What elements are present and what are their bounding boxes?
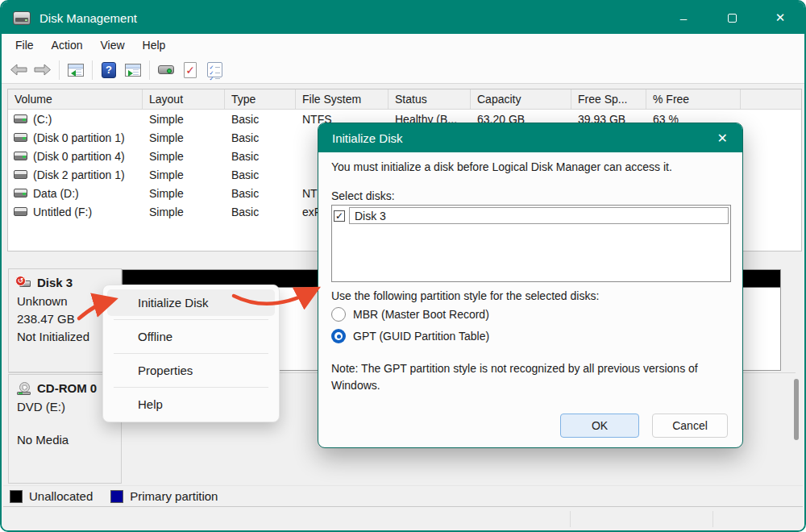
- disk-listbox: ✓ Disk 3: [331, 205, 731, 282]
- mbr-label: MBR (Master Boot Record): [353, 308, 489, 321]
- column-header-pct-free[interactable]: % Free: [646, 89, 741, 110]
- cell-layout: Simple: [143, 150, 225, 163]
- gpt-note-line1: Note: The GPT partition style is not rec…: [331, 362, 698, 375]
- hdd-icon: [14, 207, 27, 216]
- disk3-status: Not Initialized: [17, 330, 114, 343]
- disk3-type: Unknown: [17, 294, 114, 308]
- hdd-icon: [14, 170, 27, 179]
- menu-help[interactable]: Help: [134, 36, 175, 54]
- disk-context-menu: Initialize Disk Offline Properties Help: [102, 285, 280, 422]
- checklist-icon: ✓ ✓ ✓: [207, 62, 222, 77]
- context-menu-item-initialize-disk[interactable]: Initialize Disk: [107, 289, 275, 316]
- status-bar: [2, 508, 804, 530]
- column-header-filler: [741, 89, 801, 110]
- minimize-button[interactable]: –: [659, 2, 708, 34]
- help-icon: ?: [102, 62, 116, 78]
- menu-separator: [114, 387, 268, 388]
- close-button[interactable]: ✕: [756, 2, 804, 34]
- mbr-radio-button[interactable]: [331, 307, 346, 322]
- disk3-size: 238.47 GB: [17, 312, 114, 326]
- hdd-icon: [14, 189, 27, 197]
- column-header-status[interactable]: Status: [388, 89, 471, 110]
- legend-primary-label: Primary partition: [130, 489, 218, 503]
- cdrom-name: CD-ROM 0: [37, 381, 97, 395]
- back-button[interactable]: [6, 60, 31, 81]
- status-divider: [713, 511, 713, 527]
- check-document-button[interactable]: ✓: [178, 60, 202, 81]
- cancel-button[interactable]: Cancel: [652, 414, 728, 438]
- checklist-button[interactable]: ✓ ✓ ✓: [202, 60, 226, 81]
- cell-layout: Simple: [143, 187, 225, 200]
- window-title: Disk Management: [39, 11, 137, 25]
- disk-management-app-icon: [13, 11, 31, 25]
- legend-bar: Unallocated Primary partition: [3, 485, 803, 507]
- show-action-pane-icon: [125, 64, 141, 77]
- context-menu-item-offline[interactable]: Offline: [107, 323, 275, 350]
- cell-type: Basic: [225, 113, 296, 126]
- volume-label: (C:): [33, 113, 52, 126]
- context-menu-item-properties[interactable]: Properties: [107, 357, 275, 384]
- cell-layout: Simple: [143, 131, 225, 144]
- dialog-message: You must initialize a disk before Logica…: [331, 160, 672, 173]
- column-header-layout[interactable]: Layout: [143, 89, 225, 110]
- check-document-icon: ✓: [184, 62, 197, 78]
- status-divider: [570, 511, 571, 527]
- legend-unallocated-label: Unallocated: [29, 489, 93, 503]
- volume-label: (Disk 0 partition 1): [33, 131, 125, 144]
- show-console-tree-button[interactable]: [64, 60, 88, 81]
- volume-label: (Disk 2 partition 1): [33, 168, 125, 181]
- cell-layout: Simple: [143, 206, 225, 218]
- initialize-disk-dialog: Initialize Disk ✕ You must initialize a …: [318, 123, 743, 448]
- forward-button[interactable]: [31, 60, 55, 81]
- maximize-button[interactable]: [708, 2, 756, 34]
- disk-error-icon: ↺: [17, 277, 31, 289]
- toolbar-separator: [149, 60, 150, 80]
- vertical-scrollbar-thumb[interactable]: [794, 379, 799, 440]
- help-button[interactable]: ?: [97, 60, 121, 81]
- disk-scan-icon: [158, 65, 174, 74]
- select-disks-label: Select disks:: [331, 189, 395, 202]
- gpt-label: GPT (GUID Partition Table): [353, 330, 489, 343]
- hdd-icon: [14, 152, 27, 160]
- menu-bar: File Action View Help: [2, 34, 804, 56]
- volume-label: (Disk 0 partition 4): [33, 150, 125, 163]
- column-header-capacity[interactable]: Capacity: [471, 89, 571, 110]
- cdrom-media: No Media: [17, 433, 114, 447]
- disk-management-window: Disk Management – ✕ File Action View Hel…: [0, 0, 806, 532]
- unallocated-swatch: [10, 490, 23, 503]
- show-action-pane-button[interactable]: [121, 60, 145, 81]
- gpt-radio-row[interactable]: GPT (GUID Partition Table): [331, 329, 489, 343]
- cell-layout: Simple: [143, 168, 225, 181]
- volume-label: Data (D:): [33, 187, 79, 200]
- ok-button[interactable]: OK: [560, 414, 639, 438]
- rescan-disks-button[interactable]: [154, 60, 178, 81]
- column-header-type[interactable]: Type: [225, 89, 296, 110]
- primary-partition-swatch: [110, 490, 123, 503]
- menu-separator: [114, 319, 268, 320]
- toolbar: ? ✓ ✓ ✓ ✓: [2, 56, 804, 84]
- mbr-radio-row[interactable]: MBR (Master Boot Record): [331, 307, 489, 322]
- disk3-checkbox[interactable]: ✓: [334, 210, 345, 222]
- dialog-close-button[interactable]: ✕: [717, 131, 728, 146]
- cell-type: Basic: [225, 168, 296, 181]
- column-header-file-system[interactable]: File System: [296, 89, 388, 110]
- cell-type: Basic: [225, 206, 296, 218]
- disk-list-item[interactable]: ✓ Disk 3: [334, 207, 729, 224]
- menu-file[interactable]: File: [6, 36, 43, 54]
- disk3-item-label: Disk 3: [349, 207, 729, 224]
- maximize-icon: [728, 14, 737, 23]
- menu-view[interactable]: View: [91, 36, 133, 54]
- menu-action[interactable]: Action: [43, 36, 92, 54]
- disk3-name: Disk 3: [37, 276, 73, 289]
- title-bar: Disk Management – ✕: [2, 2, 804, 34]
- dialog-title: Initialize Disk: [332, 131, 403, 145]
- column-header-free-space[interactable]: Free Sp...: [571, 89, 646, 110]
- cdrom-icon: [17, 382, 31, 395]
- show-console-tree-icon: [68, 64, 84, 77]
- column-header-volume[interactable]: Volume: [8, 89, 143, 110]
- hdd-icon: [14, 114, 27, 123]
- cell-layout: Simple: [143, 113, 225, 126]
- toolbar-separator: [92, 60, 93, 80]
- context-menu-item-help[interactable]: Help: [107, 391, 275, 418]
- gpt-radio-button[interactable]: [331, 329, 346, 343]
